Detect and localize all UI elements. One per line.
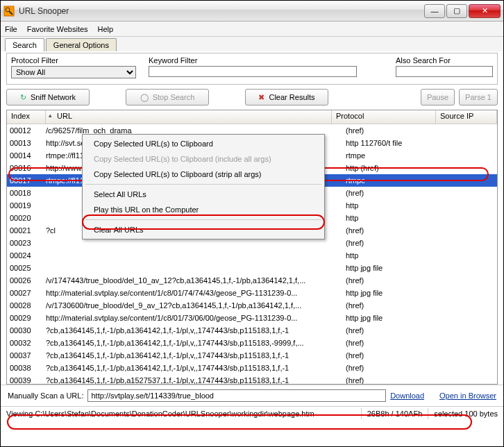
cell-url: ?cb,a1364145,1,f,-1/pb,a1364142,1,f,-1/p… [46, 351, 343, 360]
open-browser-link[interactable]: Open in Browser [439, 391, 496, 400]
cell-protocol: (href) [343, 126, 447, 135]
cell-protocol: (href) [343, 364, 447, 372]
grid-header: Index URL Protocol Source IP [7, 110, 497, 124]
status-bar: Viewing C:\Users\Stefan\Documents\Donati… [1, 406, 503, 420]
cm-select-all[interactable]: Select All URLs [84, 187, 323, 202]
protocol-filter-select[interactable]: Show All [11, 66, 136, 78]
maximize-button[interactable]: ▢ [446, 4, 467, 18]
cell-index: 00020 [7, 214, 46, 222]
cell-index: 00023 [7, 239, 46, 247]
tab-search[interactable]: Search [5, 38, 44, 51]
cell-protocol: (href) [343, 226, 447, 235]
cell-index: 00018 [7, 189, 46, 197]
cm-copy[interactable]: Copy Selected URL(s) to Clipboard [84, 136, 323, 151]
sniff-network-button[interactable]: ↻Sniff Network [6, 89, 90, 106]
context-menu: Copy Selected URL(s) to Clipboard Copy S… [82, 134, 325, 239]
cell-index: 00017 [7, 176, 46, 185]
table-row[interactable]: 00030?cb,a1364145,1,f,-1/pb,a1364142,1,f… [7, 324, 497, 337]
cell-protocol: http jpg file [343, 264, 447, 272]
cell-url: /v/1730600/true_blood/del_9_av_12?cb,a13… [46, 301, 343, 310]
scan-url-input[interactable] [87, 389, 386, 402]
cell-protocol: (href) [343, 301, 447, 310]
minimize-button[interactable]: — [424, 4, 445, 18]
cell-protocol: rtmpe [343, 176, 447, 185]
stop-icon: ◯ [140, 93, 149, 102]
clear-results-button[interactable]: ✖Clear Results [245, 89, 328, 106]
menu-favorites[interactable]: Favorite Websites [27, 25, 88, 33]
cell-index: 00013 [7, 139, 46, 147]
scan-label: Manually Scan a URL: [8, 391, 83, 400]
tab-bar: Search General Options [1, 37, 503, 51]
download-link[interactable]: Download [390, 391, 424, 400]
cell-index: 00024 [7, 251, 46, 260]
cell-index: 00016 [7, 164, 46, 172]
cell-protocol: http [343, 201, 447, 210]
cell-protocol: http 112760/t file [343, 139, 447, 147]
cell-protocol: http jpg file [343, 314, 447, 322]
results-grid: Index URL Protocol Source IP 00012/c/962… [6, 110, 498, 385]
col-protocol[interactable]: Protocol [332, 110, 436, 124]
also-search-input[interactable] [396, 66, 493, 77]
cell-protocol: rtmpe [343, 151, 447, 160]
cell-protocol: http [343, 251, 447, 260]
cell-index: 00026 [7, 276, 46, 285]
cell-index: 00039 [7, 376, 46, 385]
toolbar: ↻Sniff Network ◯Stop Search ✖Clear Resul… [1, 87, 503, 110]
cm-clear-all[interactable]: Clear All URLs [84, 222, 323, 237]
cell-index: 00025 [7, 264, 46, 272]
cm-play-url[interactable]: Play this URL on the Computer [84, 202, 323, 217]
close-button[interactable]: ✕ [469, 4, 501, 18]
also-search-label: Also Search For [396, 56, 493, 65]
menu-file[interactable]: File [5, 25, 17, 33]
cell-protocol: (href) [343, 326, 447, 335]
cell-protocol: (href) [343, 351, 447, 360]
table-row[interactable]: 00029http://material.svtplay.se/content/… [7, 312, 497, 324]
table-row[interactable]: 00037?cb,a1364145,1,f,-1/pb,a1364142,1,f… [7, 349, 497, 362]
cell-index: 00014 [7, 151, 46, 160]
cell-url: http://material.svtplay.se/content/1/c8/… [46, 314, 343, 322]
table-row[interactable]: 00025http jpg file [7, 262, 497, 274]
pause-button[interactable]: Pause [421, 89, 455, 106]
cell-url: ?cb,a1364145,1,f,-1/pb,a1364142,1,f,-1/p… [46, 326, 343, 335]
cell-index: 00012 [7, 126, 46, 135]
keyword-filter-input[interactable] [149, 66, 357, 77]
cell-url: /v/1747443/true_blood/del_10_av_12?cb,a1… [46, 276, 343, 285]
menubar: File Favorite Websites Help [1, 22, 503, 37]
col-source-ip[interactable]: Source IP [436, 110, 497, 124]
table-row[interactable]: 00028/v/1730600/true_blood/del_9_av_12?c… [7, 299, 497, 312]
table-row[interactable]: 00032?cb,a1364145,1,f,-1/pb,a1364142,1,f… [7, 337, 497, 349]
table-row[interactable]: 00026/v/1747443/true_blood/del_10_av_12?… [7, 274, 497, 287]
col-index[interactable]: Index [7, 110, 46, 124]
cell-index: 00030 [7, 326, 46, 335]
cell-url: ?cb,a1364145,1,f,-1/pb,a1527537,1,f,-1/p… [46, 376, 343, 385]
tab-general-options[interactable]: General Options [46, 38, 117, 51]
table-row[interactable]: 00039?cb,a1364145,1,f,-1/pb,a1527537,1,f… [7, 374, 497, 385]
cell-index: 00038 [7, 364, 46, 372]
cm-copy-include-args: Copy Selected URL(s) to Clipboard (inclu… [84, 151, 323, 167]
table-row[interactable]: 00027http://material.svtplay.se/content/… [7, 287, 497, 299]
cell-index: 00029 [7, 314, 46, 322]
stop-search-button[interactable]: ◯Stop Search [126, 89, 209, 106]
scan-bar: Manually Scan a URL: Download Open in Br… [1, 385, 503, 406]
parse-button[interactable]: Parse 1 [459, 89, 498, 106]
menu-help[interactable]: Help [98, 25, 114, 33]
status-selection: selected 100 bytes [428, 408, 503, 419]
table-row[interactable]: 00038?cb,a1364145,1,f,-1/pb,a1364142,1,f… [7, 362, 497, 374]
status-bytes: 26B8h / 140AFh [362, 408, 429, 419]
col-url[interactable]: URL [46, 110, 332, 124]
sniff-icon: ↻ [20, 93, 26, 102]
cell-protocol: (href) [343, 376, 447, 385]
cell-index: 00028 [7, 301, 46, 310]
cell-url: ?cb,a1364145,1,f,-1/pb,a1364142,1,f,-1/p… [46, 364, 343, 372]
cell-protocol: http [343, 214, 447, 222]
keyword-filter-label: Keyword Filter [149, 56, 357, 65]
app-icon [3, 6, 15, 17]
table-row[interactable]: 00024http [7, 249, 497, 262]
cell-url: ?cb,a1364145,1,f,-1/pb,a1364142,1,f,-1/p… [46, 339, 343, 347]
clear-icon: ✖ [258, 93, 264, 102]
protocol-filter-label: Protocol Filter [11, 56, 136, 65]
cell-index: 00027 [7, 289, 46, 297]
cm-separator [85, 184, 321, 185]
titlebar: URL Snooper — ▢ ✕ [1, 1, 503, 22]
cm-copy-strip-args[interactable]: Copy Selected URL(s) to Clipboard (strip… [84, 167, 323, 182]
